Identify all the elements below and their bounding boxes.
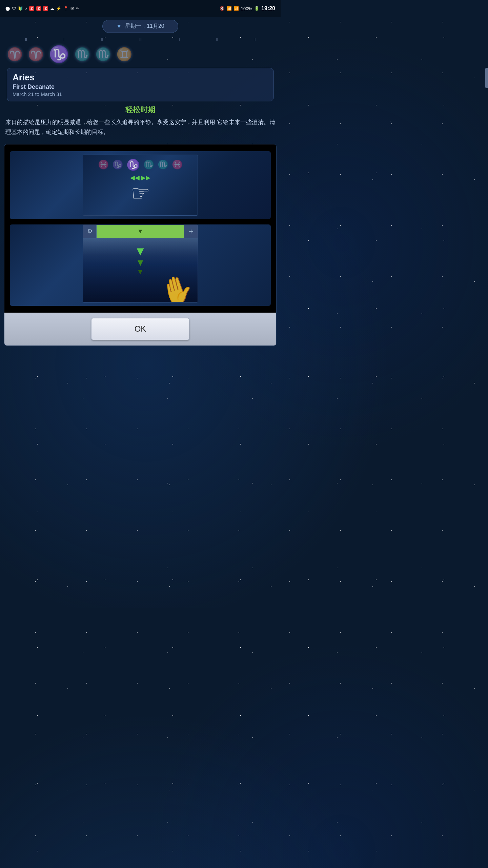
scroll-arrow-1: ▼	[134, 245, 146, 257]
shield2-icon: 🔰	[18, 6, 23, 11]
gear-icon[interactable]: ⚙	[83, 224, 97, 238]
roman-I-1: I	[63, 38, 64, 42]
tiktok-icon: ♪	[25, 6, 27, 11]
scroll-body: ▼ ▼ ▼ ✋	[83, 238, 198, 302]
mini-zodiac-1: ♓	[98, 159, 109, 170]
z1-icon: Z	[29, 6, 34, 11]
scroll-down-arrows: ▼ ▼ ▼	[134, 245, 146, 276]
zodiac-cancer[interactable]: ♏	[74, 47, 90, 62]
signal-icon: 📶	[234, 6, 239, 11]
zodiac-strip-container: II I II III I II I ♈ ♈ ♑ ♏ ♏ ♊	[0, 36, 281, 66]
bolt-icon: ⚡	[56, 6, 61, 11]
plus-icon[interactable]: ＋	[184, 224, 198, 238]
status-right: 🔇 📶 📶 100% 🔋 19:20	[220, 5, 275, 12]
scroll-toolbar: ⚙ ▼ ＋	[83, 225, 198, 238]
tutorial-dialog: ♓ ♑ ♑ ♏ ♏ ♓ ◀◀ ▶▶ ☞	[4, 144, 277, 346]
date-pill[interactable]: ▼ 星期一，11月20	[102, 20, 178, 33]
ok-button[interactable]: OK	[91, 318, 189, 340]
aries-info-box: Aries First Decanate March 21 to March 3…	[7, 68, 274, 101]
ok-button-label: OK	[135, 324, 146, 334]
battery-icon: 🔋	[254, 6, 259, 11]
zodiac-virgo[interactable]: ♊	[116, 47, 132, 62]
swipe-tutorial: ♓ ♑ ♑ ♏ ♏ ♓ ◀◀ ▶▶ ☞	[10, 151, 271, 219]
scroll-tutorial: ⚙ ▼ ＋ ▼ ▼ ▼ ✋	[10, 224, 271, 306]
body-text: 来日的描绘是压力的明显减退，给您一些长久追寻的平静。享受这安宁，并且利用 它给未…	[5, 118, 275, 137]
dropdown-arrow-icon: ▼	[137, 228, 143, 235]
wifi-icon2: ☁	[50, 6, 54, 11]
zodiac-strip-inner: II I II III I II I ♈ ♈ ♑ ♏ ♏ ♊	[7, 38, 274, 64]
mini-zodiac-strip: ♓ ♑ ♑ ♏ ♏ ♓	[98, 158, 183, 171]
tutorial-content: ♓ ♑ ♑ ♏ ♏ ♓ ◀◀ ▶▶ ☞	[4, 144, 276, 313]
zodiac-strip[interactable]: II I II III I II I ♈ ♈ ♑ ♏ ♏ ♊	[0, 36, 281, 66]
ok-area: OK	[4, 313, 276, 346]
scroll-arrow-3: ▼	[137, 268, 144, 276]
z2-icon: Z	[36, 6, 41, 11]
mini-zodiac-active: ♑	[126, 158, 140, 171]
status-left: ⬤ 🛡 🔰 ♪ Z Z Z ☁ ⚡ 📍 ✉ ✏	[5, 6, 79, 11]
pen-icon: ✏	[76, 6, 79, 11]
roman-numerals-row: II I II III I II I	[0, 38, 281, 42]
mute-icon: 🔇	[220, 6, 225, 11]
scroll-hand-icon: ✋	[157, 270, 198, 302]
mini-zodiac-4: ♏	[158, 159, 168, 170]
zodiac-gemini[interactable]: ♑	[49, 45, 69, 64]
status-bar: ⬤ 🛡 🔰 ♪ Z Z Z ☁ ⚡ 📍 ✉ ✏ 🔇 📶 📶 100% 🔋 19:…	[0, 0, 281, 17]
mail-icon: ✉	[70, 6, 74, 11]
date-pill-text: 星期一，11月20	[125, 23, 164, 30]
roman-II-1: II	[25, 38, 27, 42]
mini-zodiac-2: ♑	[112, 159, 123, 170]
roman-I-3: I	[255, 38, 256, 42]
arrow-left-icon: ◀◀	[130, 174, 140, 181]
mini-zodiac-5: ♓	[172, 159, 183, 170]
z3-icon: Z	[43, 6, 48, 11]
mini-zodiac-3: ♏	[143, 159, 154, 170]
swipe-arrows: ◀◀ ▶▶	[130, 174, 150, 181]
scroll-tutorial-inner: ⚙ ▼ ＋ ▼ ▼ ▼ ✋	[83, 224, 198, 302]
zodiac-aries[interactable]: ♈	[7, 47, 23, 62]
aries-title: Aries	[13, 72, 268, 83]
roman-II-2: II	[101, 38, 103, 42]
aries-dates: March 21 to March 31	[13, 91, 268, 97]
location-icon: 📍	[63, 6, 68, 11]
roman-I-2: I	[179, 38, 180, 42]
scroll-arrow-2: ▼	[136, 258, 145, 268]
shield-icon: 🛡	[12, 6, 16, 11]
roman-III: III	[139, 38, 142, 42]
aries-decanate: First Decanate	[13, 83, 268, 91]
date-arrow-icon: ▼	[116, 23, 122, 29]
wifi-icon: 📶	[227, 6, 232, 11]
arrow-right-icon: ▶▶	[141, 174, 150, 181]
clock: 19:20	[261, 5, 275, 12]
section-title: 轻松时期	[0, 105, 281, 115]
swipe-hand-icon: ☞	[131, 181, 150, 206]
scroll-tab[interactable]: ▼	[97, 224, 184, 238]
notification-icon: ⬤	[5, 6, 10, 11]
zodiac-leo[interactable]: ♏	[95, 47, 111, 62]
roman-II-3: II	[216, 38, 218, 42]
zodiac-taurus[interactable]: ♈	[28, 47, 44, 62]
swipe-tutorial-inner: ♓ ♑ ♑ ♏ ♏ ♓ ◀◀ ▶▶ ☞	[83, 155, 198, 216]
battery-label: 100%	[241, 6, 252, 11]
date-selector[interactable]: ▼ 星期一，11月20	[0, 17, 281, 36]
